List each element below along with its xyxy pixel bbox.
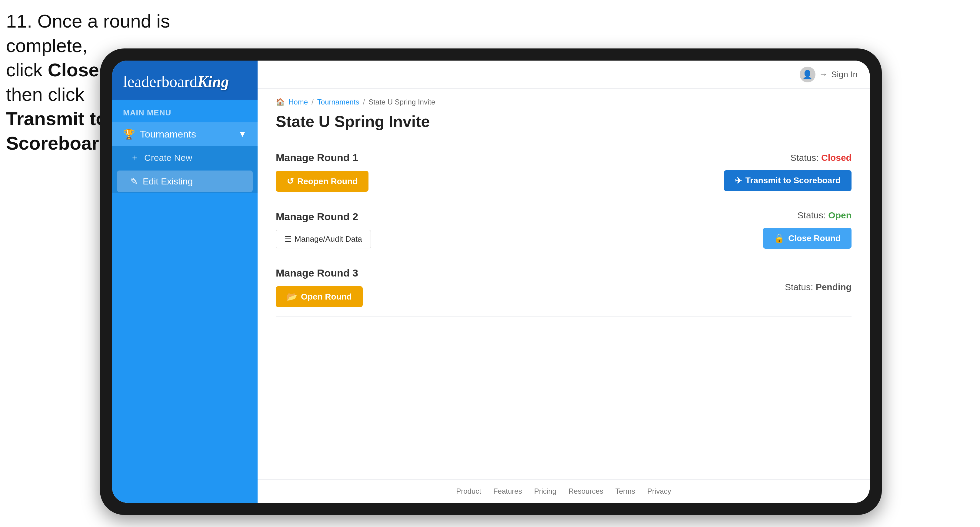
main-menu-label: MAIN MENU (112, 100, 258, 122)
sign-in-button[interactable]: 👤 → Sign In (800, 67, 858, 83)
breadcrumb-sep1: / (312, 98, 313, 106)
footer-link-features[interactable]: Features (493, 487, 522, 495)
tablet-frame: leaderboardKing MAIN MENU 🏆 Tournaments … (100, 48, 882, 515)
close-round-button[interactable]: 🔒 Close Round (763, 228, 851, 249)
page-area: 🏠 Home / Tournaments / State U Spring In… (258, 89, 870, 479)
sidebar: leaderboardKing MAIN MENU 🏆 Tournaments … (112, 60, 258, 503)
sign-in-label: → (819, 70, 827, 79)
instruction-bold2: Transmit to Scoreboard. (6, 108, 116, 154)
round-3-actions-right: Status: Pending (785, 282, 851, 292)
footer-link-privacy[interactable]: Privacy (647, 487, 671, 495)
round-2-status: Status: Open (797, 210, 851, 221)
sidebar-item-tournaments[interactable]: 🏆 Tournaments ▼ (112, 122, 258, 146)
close-round-label: Close Round (788, 233, 841, 243)
topbar: 👤 → Sign In (258, 60, 870, 89)
round-1-status: Status: Closed (790, 152, 851, 163)
lock-icon: 🔒 (774, 233, 784, 243)
manage-audit-data-button[interactable]: ☰ Manage/Audit Data (276, 230, 371, 248)
open-icon: 📂 (287, 292, 297, 302)
round-3-status: Status: Pending (785, 282, 851, 292)
round-3-status-value: Pending (816, 282, 851, 292)
chevron-down-icon: ▼ (238, 129, 247, 139)
round-3-section: Manage Round 3 📂 Open Round Status: Pend… (276, 258, 851, 316)
sidebar-subitem-create-new[interactable]: ＋ Create New (112, 146, 258, 169)
sidebar-subitem-edit-existing-label: Edit Existing (143, 176, 193, 187)
transmit-icon: ✈ (735, 176, 742, 186)
reopen-round-button[interactable]: ↺ Reopen Round (276, 171, 369, 192)
round-2-title: Manage Round 2 (276, 211, 371, 222)
reopen-round-label: Reopen Round (297, 176, 358, 186)
footer-link-pricing[interactable]: Pricing (534, 487, 556, 495)
round-1-actions-right: Status: Closed ✈ Transmit to Scoreboard (724, 152, 851, 191)
page-title: State U Spring Invite (276, 113, 851, 130)
footer: Product Features Pricing Resources Terms… (258, 479, 870, 503)
sign-in-text: Sign In (831, 70, 858, 79)
sidebar-item-tournaments-label: Tournaments (140, 129, 196, 140)
round-2-info: Manage Round 2 ☰ Manage/Audit Data (276, 211, 371, 248)
round-1-info: Manage Round 1 ↺ Reopen Round (276, 152, 369, 192)
round-1-title: Manage Round 1 (276, 152, 369, 163)
app-container: leaderboardKing MAIN MENU 🏆 Tournaments … (112, 60, 870, 503)
footer-link-terms[interactable]: Terms (616, 487, 635, 495)
tablet-screen: leaderboardKing MAIN MENU 🏆 Tournaments … (112, 60, 870, 503)
round-3-status-label: Status: (785, 282, 813, 292)
manage-audit-label: Manage/Audit Data (294, 235, 362, 244)
footer-link-resources[interactable]: Resources (568, 487, 603, 495)
breadcrumb-home-icon: 🏠 (276, 98, 285, 106)
round-3-info: Manage Round 3 📂 Open Round (276, 267, 363, 307)
round-1-section: Manage Round 1 ↺ Reopen Round Status: Cl… (276, 143, 851, 201)
sidebar-submenu: ＋ Create New ✎ Edit Existing (112, 146, 258, 193)
avatar-icon: 👤 (800, 67, 815, 83)
round-3-title: Manage Round 3 (276, 267, 363, 279)
transmit-to-scoreboard-button[interactable]: ✈ Transmit to Scoreboard (724, 170, 851, 191)
breadcrumb-tournaments-link[interactable]: Tournaments (317, 98, 360, 106)
logo: leaderboardKing (123, 73, 247, 90)
round-1-status-value: Closed (821, 152, 851, 163)
round-2-section: Manage Round 2 ☰ Manage/Audit Data Statu… (276, 201, 851, 258)
reopen-icon: ↺ (287, 176, 294, 186)
breadcrumb-home-link[interactable]: Home (288, 98, 308, 106)
round-2-status-value: Open (828, 210, 851, 220)
breadcrumb-sep2: / (363, 98, 365, 106)
sidebar-subitem-create-new-label: Create New (144, 152, 192, 163)
logo-leaderboard: leaderboard (123, 73, 197, 90)
breadcrumb-current: State U Spring Invite (369, 98, 435, 106)
audit-icon: ☰ (285, 235, 291, 244)
transmit-to-scoreboard-label: Transmit to Scoreboard (745, 176, 841, 185)
open-round-button[interactable]: 📂 Open Round (276, 286, 363, 307)
breadcrumb: 🏠 Home / Tournaments / State U Spring In… (276, 98, 851, 106)
footer-link-product[interactable]: Product (456, 487, 481, 495)
instruction-line3: then click (6, 84, 84, 105)
round-1-status-label: Status: (790, 152, 818, 163)
main-content: 👤 → Sign In 🏠 Home / Tournaments / State (258, 60, 870, 503)
instruction-line2: click (6, 59, 48, 80)
sidebar-subitem-edit-existing[interactable]: ✎ Edit Existing (117, 170, 253, 192)
logo-area: leaderboardKing (112, 60, 258, 100)
edit-icon: ✎ (130, 176, 138, 187)
open-round-label: Open Round (301, 292, 352, 302)
plus-icon: ＋ (130, 151, 139, 164)
trophy-icon: 🏆 (123, 129, 135, 140)
round-2-status-label: Status: (797, 210, 826, 220)
logo-king: King (197, 73, 229, 90)
round-2-actions-right: Status: Open 🔒 Close Round (763, 210, 851, 249)
